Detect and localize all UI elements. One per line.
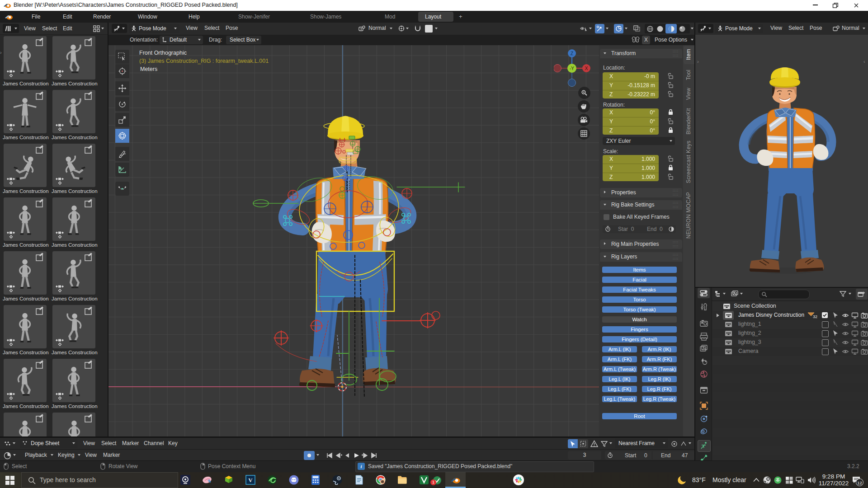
svg-text:X: X	[585, 66, 588, 71]
svg-text:-Y: -Y	[570, 66, 574, 71]
svg-text:Z: Z	[571, 51, 573, 56]
svg-text:32: 32	[813, 314, 817, 319]
svg-text:V: V	[248, 477, 253, 483]
